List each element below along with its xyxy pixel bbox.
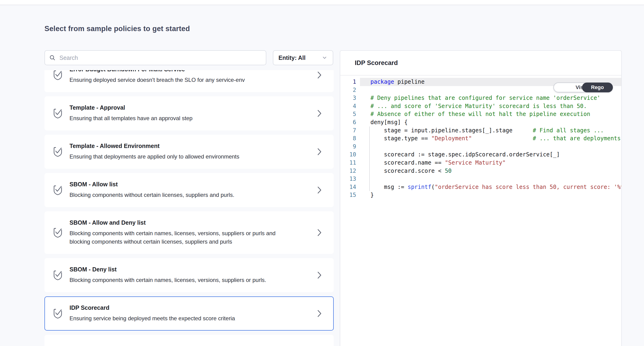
search-icon — [49, 54, 56, 61]
policy-card-idp-scorecard[interactable]: IDP Scorecard Ensuring service being dep… — [44, 297, 334, 331]
indent-guide — [369, 126, 370, 191]
search-box[interactable] — [44, 50, 266, 65]
policy-title: Template - Allowed Environment — [70, 143, 312, 149]
code-lines[interactable]: package pipeline# Deny pipelines that ar… — [360, 78, 621, 199]
policy-title: Error Budget Burndown For Multi Service — [70, 70, 312, 73]
page-title: Select from sample policies to get start… — [44, 24, 190, 33]
policy-card-sbom-allow-and-deny-list[interactable]: SBOM - Allow and Deny list Blocking comp… — [44, 211, 334, 254]
policy-description: Ensuring that all templates have an appr… — [70, 114, 280, 122]
policy-title: SBOM - Deny list — [70, 266, 312, 273]
shield-check-icon — [53, 184, 63, 196]
shield-check-icon — [53, 308, 63, 319]
policy-card-error-budget-burndown[interactable]: Error Budget Burndown For Multi Service … — [44, 70, 334, 92]
chevron-right-icon[interactable] — [317, 186, 322, 194]
policy-title: Template - Approval — [70, 104, 312, 111]
shield-check-icon — [53, 70, 63, 81]
code-editor[interactable]: 123456789101112131415 package pipeline# … — [340, 75, 621, 199]
chevron-down-icon — [322, 55, 328, 61]
chevron-right-icon[interactable] — [317, 310, 322, 318]
policy-title: SBOM - Allow and Deny list — [70, 219, 312, 226]
preview-header: IDP Scorecard — [340, 51, 621, 75]
policy-title: SBOM - Allow list — [70, 181, 312, 188]
policy-list: Error Budget Burndown For Multi Service … — [44, 70, 334, 346]
shield-check-icon — [53, 227, 63, 238]
policy-card-template-approval[interactable]: Template - Approval Ensuring that all te… — [44, 96, 334, 130]
visual-rego-toggle[interactable]: Visual Rego — [554, 82, 613, 92]
policy-preview-panel: IDP Scorecard Visual Rego 12345678910111… — [340, 50, 622, 346]
entity-filter-label: Entity: All — [278, 54, 306, 61]
policy-card-partial[interactable] — [44, 335, 334, 346]
policy-description: Blocking components with certain names, … — [70, 229, 280, 246]
chevron-right-icon[interactable] — [317, 148, 322, 156]
search-input[interactable] — [59, 54, 262, 61]
chevron-right-icon[interactable] — [317, 271, 322, 279]
shield-check-icon — [53, 146, 63, 157]
shield-check-icon — [53, 108, 63, 119]
shield-check-icon — [53, 270, 63, 281]
preview-title: IDP Scorecard — [355, 59, 398, 67]
entity-filter-dropdown[interactable]: Entity: All — [273, 50, 333, 65]
chevron-right-icon[interactable] — [317, 109, 322, 117]
policy-card-sbom-allow-list[interactable]: SBOM - Allow list Blocking components wi… — [44, 173, 334, 207]
policy-description: Ensuring that deployments are applied on… — [70, 152, 280, 161]
policy-title: IDP Scorecard — [70, 304, 312, 311]
chevron-right-icon[interactable] — [317, 71, 322, 79]
policy-description: Blocking components with certain names, … — [70, 276, 280, 284]
toggle-option-rego[interactable]: Rego — [582, 82, 613, 92]
policy-description: Ensuring deployed service doesn't breach… — [70, 76, 280, 84]
chevron-right-icon[interactable] — [317, 229, 322, 237]
policy-card-sbom-deny-list[interactable]: SBOM - Deny list Blocking components wit… — [44, 258, 334, 292]
policy-description: Blocking components without certain lice… — [70, 191, 280, 199]
code-gutter: 123456789101112131415 — [340, 78, 360, 199]
policy-description: Ensuring service being deployed meets th… — [70, 314, 280, 323]
top-bar — [0, 0, 644, 5]
policy-card-template-allowed-environment[interactable]: Template - Allowed Environment Ensuring … — [44, 135, 334, 169]
